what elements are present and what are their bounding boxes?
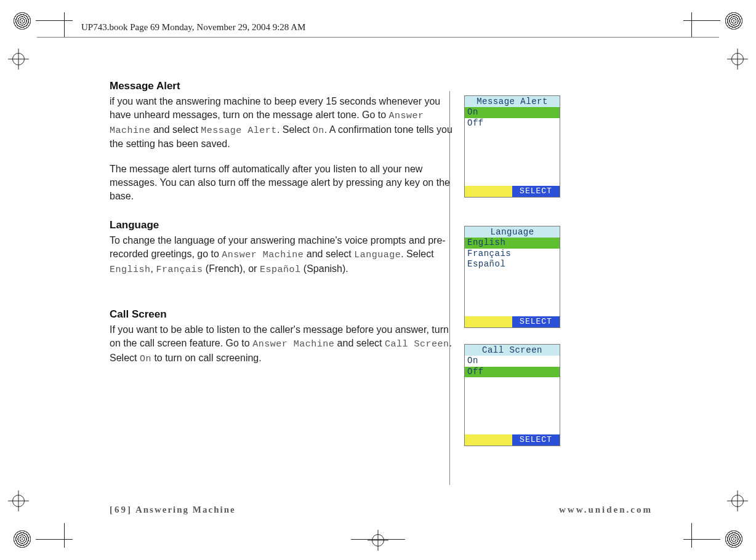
screen-illustrations: Message Alert On Off SELECT Language Eng…: [464, 95, 563, 487]
softkey-row: SELECT: [465, 186, 560, 197]
screen-option: On: [465, 356, 560, 367]
text: (Spanish).: [300, 263, 348, 274]
text: to turn on call screening.: [151, 353, 262, 363]
screen-option: Français: [465, 249, 560, 260]
menu-term: Language: [354, 250, 401, 260]
softkey-left-blank: [465, 316, 512, 327]
registration-mark-icon: [372, 534, 384, 546]
text: and select: [304, 249, 354, 259]
crop-line: [64, 523, 65, 548]
page-number: [69]: [110, 505, 132, 514]
softkey-select: SELECT: [512, 186, 560, 197]
menu-term: Answer Machine: [222, 250, 304, 260]
menu-term: Call Screen: [385, 339, 449, 350]
text: . Select: [277, 124, 313, 135]
screen-option-selected: On: [465, 107, 560, 118]
softkey-select: SELECT: [512, 316, 560, 327]
menu-term: Answer Machine: [252, 339, 334, 350]
menu-term: Español: [260, 265, 301, 275]
crop-target-icon: [14, 530, 31, 548]
header-rule: [37, 37, 719, 38]
screen-language: Language English Français Español SELECT: [464, 226, 560, 328]
crop-line: [683, 20, 720, 21]
crop-line: [683, 539, 720, 540]
screen-body: [465, 270, 560, 317]
registration-mark-icon: [731, 53, 744, 65]
paragraph: The message alert turns off automaticall…: [110, 162, 454, 203]
footer-url: www.uniden.com: [559, 505, 653, 515]
screen-title: Language: [465, 226, 560, 238]
text: (French), or: [203, 263, 259, 274]
crop-target-icon: [725, 530, 742, 548]
softkey-select: SELECT: [512, 434, 560, 446]
text: . Select: [401, 249, 433, 259]
running-head: UP743.book Page 69 Monday, November 29, …: [0, 22, 756, 33]
menu-term: English: [110, 265, 151, 275]
menu-term: Français: [156, 265, 203, 275]
crop-line: [36, 20, 73, 21]
registration-mark-icon: [12, 53, 25, 65]
screen-option-selected: English: [465, 238, 560, 249]
screen-call-screen: Call Screen On Off SELECT: [464, 344, 560, 446]
crop-line: [691, 523, 692, 548]
softkey-left-blank: [465, 186, 512, 197]
paragraph: if you want the answering machine to bee…: [110, 95, 454, 151]
text: and select: [151, 124, 201, 135]
screen-title: Message Alert: [465, 96, 560, 107]
menu-term: On: [313, 126, 324, 136]
footer-left: [69] Answering Machine: [110, 505, 236, 515]
crop-line: [36, 539, 73, 540]
screen-option-selected: Off: [465, 367, 560, 378]
registration-mark-icon: [12, 495, 25, 507]
screen-option: Español: [465, 259, 560, 270]
menu-term: On: [140, 354, 151, 364]
screen-title: Call Screen: [465, 345, 560, 356]
paragraph: If you want to be able to listen to the …: [110, 323, 454, 366]
softkey-row: SELECT: [465, 434, 560, 446]
menu-term: Message Alert: [201, 126, 277, 136]
paragraph: To change the language of your answering…: [110, 234, 454, 276]
text: and select: [334, 338, 385, 348]
footer-section-title: Answering Machine: [135, 505, 236, 514]
softkey-row: SELECT: [465, 316, 560, 327]
screen-body: [465, 129, 560, 186]
page-footer: [69] Answering Machine www.uniden.com: [110, 505, 653, 515]
softkey-left-blank: [465, 434, 512, 446]
screen-option: Off: [465, 118, 560, 129]
crop-line: [351, 539, 405, 540]
screen-message-alert: Message Alert On Off SELECT: [464, 95, 560, 198]
screen-body: [465, 377, 560, 434]
registration-mark-icon: [731, 495, 744, 507]
heading-message-alert: Message Alert: [110, 80, 565, 92]
